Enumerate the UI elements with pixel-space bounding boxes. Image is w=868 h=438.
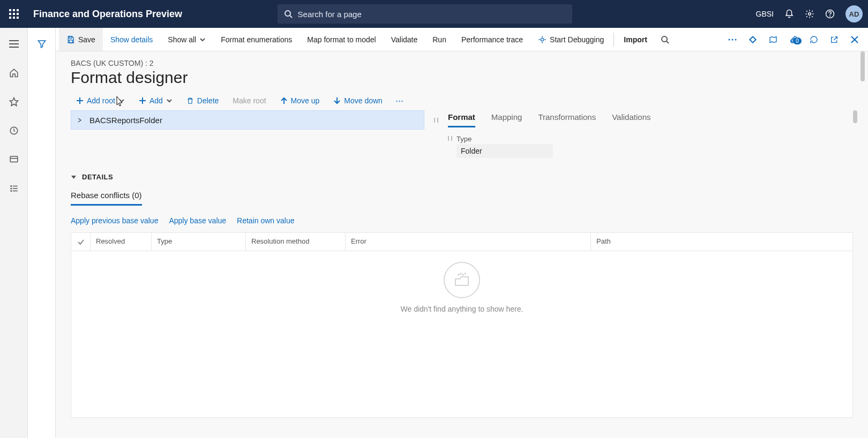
svg-point-52 bbox=[462, 274, 463, 275]
svg-rect-28 bbox=[69, 40, 72, 42]
page-scrollbar[interactable] bbox=[860, 51, 865, 81]
svg-point-51 bbox=[460, 273, 461, 274]
col-error[interactable]: Error bbox=[346, 233, 591, 251]
move-down-button[interactable]: Move down bbox=[328, 94, 388, 107]
app-title: Finance and Operations Preview bbox=[33, 9, 182, 20]
attach-icon[interactable]: 0 bbox=[783, 35, 804, 44]
svg-point-11 bbox=[809, 13, 811, 16]
validate-button[interactable]: Validate bbox=[384, 28, 425, 51]
conflicts-grid: Resolved Type Resolution method Error Pa… bbox=[71, 232, 853, 418]
svg-point-25 bbox=[11, 191, 12, 192]
breadcrumb: BACS (UK CUSTOM) : 2 bbox=[71, 59, 853, 67]
show-all-button[interactable]: Show all bbox=[160, 28, 213, 51]
map-marker-icon[interactable] bbox=[763, 35, 783, 44]
diamond-icon[interactable] bbox=[743, 35, 763, 44]
page-title: Format designer bbox=[71, 69, 853, 87]
svg-rect-4 bbox=[13, 13, 15, 15]
move-up-button[interactable]: Move up bbox=[275, 94, 325, 107]
svg-rect-2 bbox=[17, 9, 19, 11]
tree-node[interactable]: BACSReportsFolder bbox=[71, 110, 424, 130]
delete-button[interactable]: Delete bbox=[181, 94, 224, 107]
tree-node-label: BACSReportsFolder bbox=[89, 116, 162, 125]
add-label: Add bbox=[149, 96, 163, 105]
tab-validations[interactable]: Validations bbox=[612, 110, 650, 127]
tab-strip: Format Mapping Transformations Validatio… bbox=[448, 110, 853, 127]
tab-transformations[interactable]: Transformations bbox=[538, 110, 596, 127]
funnel-icon[interactable] bbox=[32, 34, 51, 54]
svg-rect-8 bbox=[17, 17, 19, 19]
clock-icon[interactable] bbox=[4, 121, 24, 140]
action-bar: Save Show details Show all Format enumer… bbox=[56, 28, 868, 51]
avatar[interactable]: AD bbox=[845, 5, 863, 22]
svg-line-10 bbox=[290, 16, 292, 18]
retain-own-value-link[interactable]: Retain own value bbox=[237, 216, 294, 225]
svg-point-9 bbox=[285, 11, 290, 16]
svg-marker-17 bbox=[10, 98, 18, 106]
move-up-label: Move up bbox=[291, 96, 320, 105]
home-icon[interactable] bbox=[4, 63, 24, 82]
workspace-icon[interactable] bbox=[4, 150, 24, 169]
svg-point-38 bbox=[735, 39, 737, 40]
svg-line-40 bbox=[834, 36, 837, 40]
svg-point-21 bbox=[11, 186, 12, 187]
svg-rect-7 bbox=[13, 17, 15, 19]
search-input[interactable] bbox=[298, 10, 566, 19]
caret-down-icon[interactable] bbox=[71, 174, 77, 180]
performance-trace-button[interactable]: Performance trace bbox=[454, 28, 530, 51]
delete-label: Delete bbox=[197, 96, 219, 105]
format-enumerations-button[interactable]: Format enumerations bbox=[213, 28, 300, 51]
col-resolved[interactable]: Resolved bbox=[91, 233, 152, 251]
plus-icon bbox=[76, 97, 84, 104]
apply-base-value-link[interactable]: Apply base value bbox=[169, 216, 226, 225]
chevron-down-icon bbox=[166, 97, 173, 104]
search-action-icon[interactable] bbox=[655, 28, 675, 51]
start-debugging-button[interactable]: Start Debugging bbox=[530, 28, 611, 51]
type-input[interactable] bbox=[457, 144, 553, 158]
more-actions-icon[interactable] bbox=[722, 38, 743, 41]
add-root-button[interactable]: Add root bbox=[71, 94, 130, 107]
splitter-vertical-2[interactable] bbox=[448, 132, 452, 145]
col-resolution-method[interactable]: Resolution method bbox=[246, 233, 346, 251]
search-box[interactable] bbox=[278, 4, 572, 24]
grid-select-all[interactable] bbox=[71, 233, 91, 251]
details-heading: DETAILS bbox=[82, 173, 113, 181]
waffle-icon[interactable] bbox=[5, 5, 23, 22]
caret-right-icon[interactable] bbox=[74, 118, 84, 123]
svg-point-29 bbox=[541, 38, 543, 41]
bell-icon[interactable] bbox=[784, 9, 794, 19]
popout-icon[interactable] bbox=[824, 35, 844, 44]
star-icon[interactable] bbox=[4, 92, 24, 111]
tree-toolbar: Add root Add Delete Make root Move up bbox=[71, 94, 853, 107]
hamburger-icon[interactable] bbox=[4, 34, 24, 54]
trash-icon bbox=[186, 97, 194, 104]
refresh-icon[interactable] bbox=[804, 35, 824, 44]
splitter-vertical[interactable] bbox=[434, 110, 438, 130]
tab-mapping[interactable]: Mapping bbox=[491, 110, 522, 127]
help-icon[interactable] bbox=[825, 9, 835, 19]
save-button[interactable]: Save bbox=[59, 28, 103, 51]
import-button[interactable]: Import bbox=[616, 28, 655, 51]
svg-point-50 bbox=[458, 274, 459, 275]
col-path[interactable]: Path bbox=[591, 233, 852, 251]
apply-previous-base-value-link[interactable]: Apply previous base value bbox=[71, 216, 158, 225]
add-button[interactable]: Add bbox=[133, 94, 178, 107]
subtab-rebase-conflicts[interactable]: Rebase conflicts (0) bbox=[71, 190, 142, 206]
svg-point-53 bbox=[465, 273, 466, 274]
map-format-button[interactable]: Map format to model bbox=[300, 28, 383, 51]
col-type[interactable]: Type bbox=[152, 233, 246, 251]
run-button[interactable]: Run bbox=[425, 28, 454, 51]
svg-rect-19 bbox=[10, 156, 18, 162]
svg-rect-0 bbox=[9, 9, 11, 11]
gear-icon[interactable] bbox=[805, 9, 814, 19]
tab-format[interactable]: Format bbox=[448, 110, 475, 127]
company-code[interactable]: GBSI bbox=[756, 10, 774, 18]
properties-scrollbar[interactable] bbox=[853, 110, 857, 123]
tree-more-icon[interactable]: ··· bbox=[391, 95, 408, 107]
debug-icon bbox=[538, 35, 547, 44]
show-details-button[interactable]: Show details bbox=[103, 28, 160, 51]
modules-icon[interactable] bbox=[4, 179, 24, 198]
show-all-label: Show all bbox=[168, 35, 196, 44]
type-label: Type bbox=[457, 135, 553, 143]
close-icon[interactable] bbox=[844, 36, 865, 43]
svg-line-35 bbox=[667, 41, 669, 43]
